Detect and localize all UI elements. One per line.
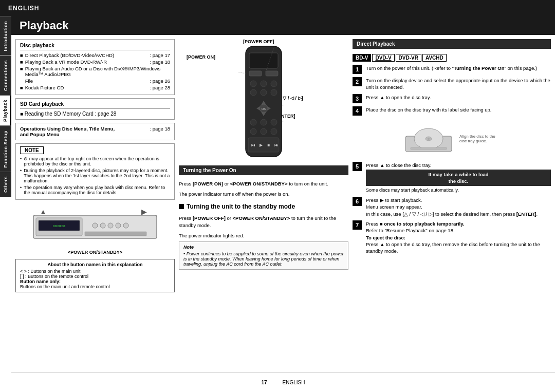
ops-box: Operations Using Disc Menu, Title Menu,a… xyxy=(15,123,175,140)
ops-title: Operations Using Disc Menu, Title Menu,a… xyxy=(20,126,115,137)
note-text: ⊘ may appear at the top-right on the scr… xyxy=(24,156,170,166)
svg-point-7 xyxy=(116,223,121,228)
list-item: ■ Playing Back a VR mode DVD-RW/-R : pag… xyxy=(20,59,170,65)
auto-play-note: Some discs may start playback automatica… xyxy=(366,187,551,194)
step-text: Turn on the power of this unit. (Refer t… xyxy=(366,65,551,71)
step-num: 3 xyxy=(353,94,362,103)
svg-text:■: ■ xyxy=(268,143,270,147)
bullet-icon: ■ xyxy=(20,52,23,58)
step-text: Press ■ once to stop playback temporaril… xyxy=(366,220,551,254)
svg-rect-13 xyxy=(249,53,278,68)
item-text: Reading the SD Memory Card xyxy=(25,111,94,117)
footer-page-num: 17 xyxy=(261,380,267,385)
svg-rect-47 xyxy=(411,147,447,150)
svg-point-4 xyxy=(92,223,98,228)
steps-container: 1 Turn on the power of this unit. (Refer… xyxy=(353,65,551,254)
standby-heading-text: Turning the unit to the standby mode xyxy=(187,203,295,210)
btn-explanation-box: About the button names in this explanati… xyxy=(15,259,175,292)
list-item: • ⊘ may appear at the top-right on the s… xyxy=(20,156,170,166)
power-indicator: The power indicator lights red. xyxy=(179,233,348,238)
svg-text:▶: ▶ xyxy=(260,143,263,147)
step-2: 2 Turn on the display device and select … xyxy=(353,77,551,91)
sidebar-item-function-setup[interactable]: Function Setup xyxy=(0,126,11,172)
main-content: Playback Disc playback ■ Direct Playback… xyxy=(11,16,555,392)
note-italic-box: Note • Power continues to be supplied to… xyxy=(179,241,348,270)
svg-rect-15 xyxy=(266,71,278,76)
item-text: Direct Playback (BD/DVD-Video/AVCHD) xyxy=(25,52,114,58)
mid-column: [POWER OFF] [POWER ON] [△ / ▽ / ◁ / ▷] [… xyxy=(179,39,348,368)
sd-card-box: SD Card playback ■ Reading the SD Memory… xyxy=(15,98,175,120)
svg-text:00:00:00: 00:00:00 xyxy=(53,225,65,228)
svg-point-21 xyxy=(271,89,277,96)
sidebar-item-connections[interactable]: Connections xyxy=(0,55,11,95)
page-title-bar: Playback xyxy=(11,16,555,35)
sidebar-item-others[interactable]: Others xyxy=(0,172,11,197)
standby-press: Press [POWER OFF] or <POWER ON/STANDBY> … xyxy=(179,215,348,229)
step-text: Press ▲ to open the disc tray. xyxy=(366,94,551,101)
dot-icon: • xyxy=(20,168,22,173)
step-num: 5 xyxy=(353,162,362,171)
turning-power-title: Turning the Power On xyxy=(183,167,236,173)
footer: 17 ENGLISH xyxy=(11,372,555,392)
page-ref: : page 26 xyxy=(145,78,170,84)
note-italic-text: • Power continues to be supplied to some… xyxy=(183,251,344,267)
ops-page: : page 18 xyxy=(145,126,170,132)
svg-point-17 xyxy=(261,81,267,87)
badge-avchd: AVCHD xyxy=(422,54,447,62)
standby-mode-heading: Turning the unit to the standby mode xyxy=(179,203,348,210)
list-item: ■ Playing Back an Audio CD or a Disc wit… xyxy=(20,66,170,77)
badge-dvdv: DVD-V xyxy=(372,54,394,62)
list-item: • During the playback of 2-layered disc,… xyxy=(20,168,170,183)
step-text: Place the disc on the disc tray with its… xyxy=(366,106,551,113)
svg-point-33 xyxy=(271,128,277,135)
bullet-icon: ■ xyxy=(20,59,23,65)
remote-area: [POWER OFF] [POWER ON] [△ / ▽ / ◁ / ▷] [… xyxy=(179,39,348,162)
step-text: Press ▶ to start playback. Menu screen m… xyxy=(366,197,551,217)
step-text: Turn on the display device and select th… xyxy=(366,77,551,91)
device-image: 00:00:00 ▲ ▶ xyxy=(15,205,175,244)
device-svg: 00:00:00 ▲ ▶ xyxy=(28,205,162,244)
svg-rect-14 xyxy=(249,71,262,76)
power-on-label: [POWER ON] xyxy=(187,54,215,60)
step-num: 1 xyxy=(353,65,362,74)
disc-tray-svg xyxy=(403,121,454,157)
svg-rect-9 xyxy=(85,232,146,236)
direct-playback-header: Direct Playback xyxy=(353,39,551,49)
list-item: ■ Kodak Picture CD : page 28 xyxy=(20,85,170,90)
page-ref: : page 17 xyxy=(145,52,170,58)
dot-icon: • xyxy=(20,185,22,190)
step-4: 4 Place the disc on the disc tray with i… xyxy=(353,106,551,116)
page-ref: : page 28 xyxy=(145,85,170,90)
dot-icon: • xyxy=(20,156,22,161)
list-item: ■ Direct Playback (BD/DVD-Video/AVCHD) :… xyxy=(20,52,170,58)
note-text: During the playback of 2-layered disc, p… xyxy=(24,168,170,183)
bullet-icon: ■ xyxy=(20,85,23,90)
step-6: 6 Press ▶ to start playback. Menu screen… xyxy=(353,197,551,217)
side-tabs: Introduction Connections Playback Functi… xyxy=(0,16,11,366)
btn-exp-title: About the button names in this explanati… xyxy=(20,262,170,267)
align-disc-note: Align the disc to the disc tray guide. xyxy=(459,134,501,143)
page-title: Playback xyxy=(20,19,68,32)
step-7: 7 Press ■ once to stop playback temporar… xyxy=(353,220,551,254)
svg-text:▲: ▲ xyxy=(40,208,47,216)
sidebar-item-introduction[interactable]: Introduction xyxy=(0,16,11,55)
svg-point-5 xyxy=(100,223,105,228)
svg-text:▶: ▶ xyxy=(141,208,147,216)
sd-card-title: SD Card playback xyxy=(20,101,170,109)
svg-line-39 xyxy=(238,64,246,73)
svg-point-31 xyxy=(250,128,256,135)
svg-point-18 xyxy=(271,81,277,87)
svg-text:⏮: ⏮ xyxy=(251,143,255,147)
step-num: 2 xyxy=(353,77,362,86)
step-5: 5 Press ▲ to close the disc tray. It may… xyxy=(353,162,551,194)
btn-exp-item: Button name only: xyxy=(20,279,170,284)
power-standby-label: <POWER ON/STANDBY> xyxy=(15,250,175,255)
note-italic-title: Note xyxy=(183,245,344,250)
step-num: 6 xyxy=(353,197,362,206)
step-1: 1 Turn on the power of this unit. (Refer… xyxy=(353,65,551,74)
svg-point-46 xyxy=(428,138,430,140)
sidebar-item-playback[interactable]: Playback xyxy=(0,95,11,126)
language-label: ENGLISH xyxy=(8,5,39,12)
page-ref: : page 18 xyxy=(145,59,170,65)
badge-dvdvr: DVD-VR xyxy=(396,54,421,62)
